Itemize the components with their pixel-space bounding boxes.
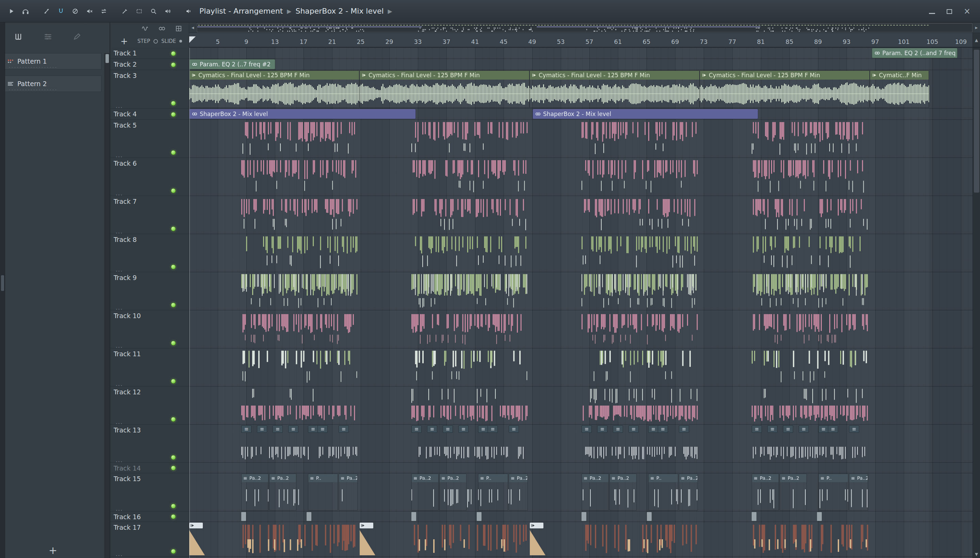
audio-stab-clip[interactable] (581, 512, 586, 521)
pattern-clip[interactable]: ≡Pa..2 (241, 474, 269, 511)
track-live-indicator[interactable] (171, 226, 176, 231)
pattern-mini-clip[interactable]: ≡ (767, 425, 778, 433)
track-name[interactable]: Track 17 (114, 524, 141, 531)
step-label[interactable]: STEP (138, 38, 150, 44)
clip-lane[interactable] (189, 196, 972, 234)
audio-stab-clip[interactable] (477, 512, 481, 521)
headphones-icon[interactable] (19, 5, 32, 18)
track-live-indicator[interactable] (171, 504, 176, 509)
clip-lane[interactable] (189, 158, 972, 196)
track-name[interactable]: Track 10 (114, 312, 141, 320)
audio-stab-clip[interactable] (647, 512, 652, 521)
pattern-mini-clip[interactable]: ≡ (317, 425, 328, 433)
automation-clip[interactable]: ShaperBox 2 - Mix level (189, 109, 416, 119)
pattern-mini-clip[interactable]: ≡ (458, 425, 469, 433)
audio-clip-header[interactable] (359, 523, 373, 528)
track-live-indicator[interactable] (171, 150, 176, 155)
scroll-up-icon[interactable]: ▲ (972, 33, 980, 47)
no-snap-icon[interactable] (69, 5, 82, 18)
track-name[interactable]: Track 1 (114, 49, 137, 57)
clip-area[interactable]: Cymatics - Final Level - 125 BPM F MinCy… (189, 48, 972, 558)
pattern-mini-clip[interactable]: ≡ (241, 425, 251, 433)
track-name[interactable]: Track 7 (114, 198, 137, 205)
audio-clip[interactable]: Cymatics - Final Level - 125 BPM F Min (699, 71, 870, 108)
pattern-mini-clip[interactable]: ≡ (288, 425, 299, 433)
tool-grid-icon[interactable] (176, 26, 182, 32)
pattern-clip[interactable]: ≡Pa..2 (338, 474, 358, 511)
audio-clip[interactable]: Cymatics - Final Level - 125 BPM F Min (529, 71, 699, 108)
slide-toggle-icon[interactable] (179, 40, 182, 43)
pattern-clip[interactable]: ≡Pa..2 (269, 474, 296, 511)
minimize-button[interactable] (929, 7, 935, 16)
track-header-row[interactable]: Track 14 (110, 463, 189, 473)
controls-icon[interactable] (44, 33, 52, 41)
track-name[interactable]: Track 6 (114, 159, 137, 167)
breadcrumb-section[interactable]: Playlist - Arrangement (199, 7, 283, 15)
multitool-icon[interactable] (118, 5, 131, 18)
audio-clip[interactable]: Cymatics - Final Level - 125 BPM F Min (189, 71, 359, 108)
pattern-mini-clip[interactable]: ≡ (783, 425, 793, 433)
slide-label[interactable]: SLIDE (161, 38, 176, 44)
track-name[interactable]: Track 4 (114, 110, 137, 118)
track-name[interactable]: Track 16 (114, 513, 141, 520)
audio-clip-header[interactable] (189, 523, 203, 528)
tool-wave-icon[interactable] (141, 26, 148, 32)
pattern-mini-clip[interactable]: ≡ (443, 425, 453, 433)
audio-clip-header[interactable] (530, 523, 543, 528)
clip-lane[interactable] (189, 234, 972, 272)
track-header-row[interactable]: Track 15... (110, 473, 189, 511)
playhead-marker[interactable] (189, 36, 196, 43)
track-header-row[interactable]: Track 5... (110, 120, 189, 158)
audio-clip[interactable]: Cymatic..F Min (870, 71, 929, 108)
track-header-row[interactable]: Track 4 (110, 108, 189, 120)
pattern-mini-clip[interactable]: ≡ (648, 425, 658, 433)
pattern-mini-clip[interactable]: ≡ (411, 425, 422, 433)
sidebar-scrollbar[interactable] (105, 53, 110, 558)
clip-lane[interactable] (189, 463, 972, 473)
scroll-left-icon[interactable]: ◂ (189, 23, 197, 33)
pattern-mini-clip[interactable]: ≡ (581, 425, 592, 433)
audio-stab-clip[interactable] (752, 512, 757, 521)
track-live-indicator[interactable] (171, 264, 176, 269)
track-header-row[interactable]: Track 12... (110, 387, 189, 425)
pattern-mini-clip[interactable]: ≡ (629, 425, 639, 433)
track-header-row[interactable]: Track 11... (110, 348, 189, 387)
pattern-clip[interactable]: ≡Pa..2 (679, 474, 698, 511)
audition-icon[interactable] (161, 5, 174, 18)
pattern-mini-clip[interactable]: ≡ (257, 425, 267, 433)
track-header-row[interactable]: Track 3... (110, 70, 189, 108)
track-header-row[interactable]: Track 8... (110, 234, 189, 272)
pattern-mini-clip[interactable]: ≡ (679, 425, 689, 433)
marquee-select-icon[interactable] (133, 5, 146, 18)
pattern-clip[interactable]: ≡P.. (818, 474, 848, 511)
track-live-indicator[interactable] (171, 341, 176, 346)
clip-lane[interactable] (189, 387, 972, 425)
pattern-item[interactable]: Pattern 2 (5, 75, 102, 92)
pattern-mini-clip[interactable]: ≡ (272, 425, 283, 433)
clip-lane[interactable] (189, 310, 972, 348)
audio-stab-clip[interactable] (241, 512, 246, 521)
pattern-clip[interactable]: ≡P.. (308, 474, 338, 511)
track-name[interactable]: Track 8 (114, 236, 137, 243)
track-header-row[interactable]: Track 6... (110, 158, 189, 196)
automation-clip[interactable]: Param. EQ 2 (..and 7 freq (872, 48, 957, 58)
track-header-row[interactable]: Track 10... (110, 310, 189, 348)
left-scroll-strip[interactable] (0, 23, 5, 558)
add-track-button[interactable]: + (120, 37, 128, 46)
track-live-indicator[interactable] (171, 549, 176, 554)
track-live-indicator[interactable] (171, 112, 176, 117)
clip-lane[interactable] (189, 120, 972, 158)
track-header-row[interactable]: Track 13... (110, 425, 189, 463)
track-live-indicator[interactable] (171, 302, 176, 308)
pattern-mini-clip[interactable]: ≡ (828, 425, 838, 433)
track-name[interactable]: Track 15 (114, 475, 141, 483)
pattern-mini-clip[interactable]: ≡ (308, 425, 318, 433)
track-header-row[interactable]: Track 7... (110, 196, 189, 234)
pattern-mini-clip[interactable]: ≡ (818, 425, 829, 433)
pattern-mini-clip[interactable]: ≡ (509, 425, 519, 433)
pattern-mini-clip[interactable]: ≡ (427, 425, 437, 433)
track-name[interactable]: Track 2 (114, 61, 137, 68)
zoom-icon[interactable] (147, 5, 160, 18)
vertical-scroll-thumb[interactable] (974, 50, 979, 192)
pattern-mini-clip[interactable]: ≡ (849, 425, 859, 433)
